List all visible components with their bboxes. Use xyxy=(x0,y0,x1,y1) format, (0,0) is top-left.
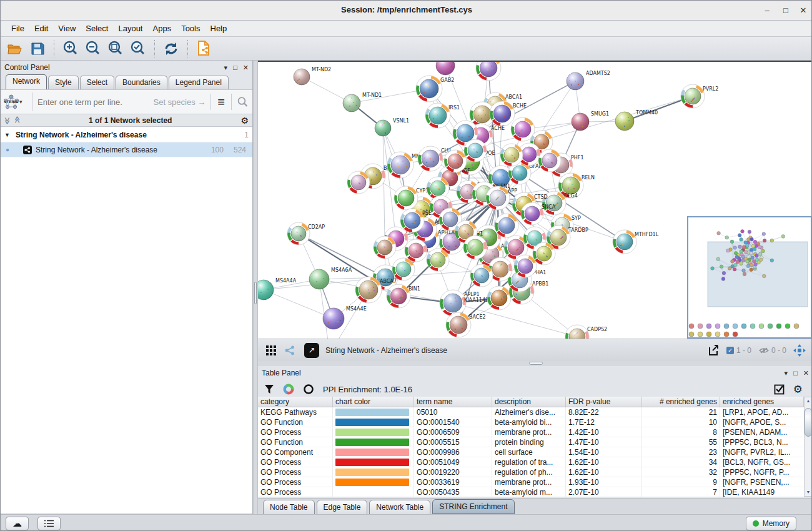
tab-select[interactable]: Select xyxy=(80,76,114,89)
network-graph[interactable]: MT-ND2MT-ND1VSNL1GAB2IRS1ABCA1CHATBCHEAD… xyxy=(258,62,812,339)
collapse-all-icon[interactable]: ≫ xyxy=(3,117,11,124)
cloud-tasks-button[interactable]: ☁ xyxy=(6,517,29,530)
string-query-selector[interactable]: STRING ▾ xyxy=(3,94,32,110)
panel-close-icon[interactable]: ✕ xyxy=(243,64,249,72)
enrichment-chart-icon[interactable] xyxy=(283,384,294,395)
network-node[interactable] xyxy=(533,242,555,265)
network-node[interactable] xyxy=(374,236,396,259)
network-node-vsnl1[interactable]: VSNL1 xyxy=(375,118,409,136)
network-canvas[interactable]: MT-ND2MT-ND1VSNL1GAB2IRS1ABCA1CHATBCHEAD… xyxy=(258,61,812,339)
network-node-tomm40[interactable]: TOMM40 xyxy=(615,110,658,131)
column-header-chart-color[interactable]: chart color xyxy=(333,397,414,407)
share-network-button[interactable] xyxy=(282,342,298,359)
zoom-out-button[interactable] xyxy=(84,39,102,58)
panel-float-icon[interactable]: □ xyxy=(233,64,237,71)
network-node[interactable] xyxy=(392,258,415,280)
species-hint[interactable]: Set species → xyxy=(154,97,206,107)
zoom-fit-button[interactable] xyxy=(106,39,125,58)
string-search-icon[interactable] xyxy=(231,94,250,110)
window-close-button[interactable]: ✕ xyxy=(796,4,810,17)
column-header-term-name[interactable]: term name xyxy=(414,397,492,407)
open-in-new-window-button[interactable]: ↗ xyxy=(304,343,319,358)
network-node-mthfd1l[interactable]: MTHFD1L xyxy=(613,230,659,254)
table-row[interactable]: GO ProcessGO:0051049regulation of tra...… xyxy=(258,457,804,467)
network-node[interactable] xyxy=(463,236,487,259)
save-session-button[interactable] xyxy=(28,39,47,58)
vertical-splitter-grip[interactable] xyxy=(254,282,257,304)
menu-tools[interactable]: Tools xyxy=(177,22,204,34)
menu-layout[interactable]: Layout xyxy=(114,22,147,34)
string-term-input[interactable] xyxy=(32,92,154,111)
tab-edge-table[interactable]: Edge Table xyxy=(317,500,368,515)
menu-view[interactable]: View xyxy=(54,22,80,34)
tab-legend-panel[interactable]: Legend Panel xyxy=(169,76,229,89)
tab-boundaries[interactable]: Boundaries xyxy=(116,76,167,89)
network-node-pvrl2[interactable]: PVRL2 xyxy=(681,84,718,108)
tab-network[interactable]: Network xyxy=(6,74,47,89)
tree-expand-icon[interactable]: ▼ xyxy=(4,132,16,138)
network-node[interactable] xyxy=(436,62,455,75)
panel-close-icon[interactable]: ✕ xyxy=(803,369,809,377)
window-maximize-button[interactable]: □ xyxy=(779,4,793,17)
network-row[interactable]: ● String Network - Alzheimer's disease 1… xyxy=(1,142,252,157)
column-header---enriched-genes[interactable]: # enriched genes xyxy=(642,397,720,407)
scroll-down-icon[interactable]: ▼ xyxy=(805,489,812,496)
menu-file[interactable]: File xyxy=(7,22,29,34)
menu-help[interactable]: Help xyxy=(206,22,232,34)
zoom-selected-button[interactable] xyxy=(129,39,147,58)
column-header-category[interactable]: category xyxy=(258,397,333,407)
network-node[interactable] xyxy=(405,239,427,262)
collection-row[interactable]: ▼ String Network - Alzheimer's disease 1 xyxy=(1,127,252,142)
memory-button[interactable]: Memory xyxy=(746,517,796,530)
menu-apps[interactable]: Apps xyxy=(149,22,176,34)
selected-nodes-edges-indicator[interactable]: ✓ 1 - 0 xyxy=(726,346,751,355)
task-history-button[interactable] xyxy=(37,517,61,530)
network-node[interactable] xyxy=(347,171,370,194)
scrollbar-thumb[interactable] xyxy=(805,408,812,437)
scroll-up-icon[interactable]: ▲ xyxy=(805,397,812,405)
apply-layout-button[interactable] xyxy=(162,39,181,58)
network-node[interactable] xyxy=(427,249,449,271)
panel-menu-icon[interactable]: ▾ xyxy=(224,64,228,72)
filter-icon[interactable] xyxy=(264,384,274,394)
panel-float-icon[interactable]: □ xyxy=(793,369,798,377)
network-node[interactable] xyxy=(538,149,561,172)
network-node[interactable] xyxy=(500,144,523,166)
table-row[interactable]: KEGG Pathways05010Alzheimer's dise...8.8… xyxy=(258,407,804,417)
table-row[interactable]: GO ProcessGO:0019220regulation of ph...1… xyxy=(258,467,804,477)
network-node[interactable] xyxy=(514,255,537,277)
table-row[interactable]: GO ProcessGO:0033619membrane prot...1.93… xyxy=(258,477,804,487)
hidden-nodes-edges-indicator[interactable]: 0 - 0 xyxy=(759,346,786,355)
network-node-aplp1[interactable]: APLP1KIAA1149 xyxy=(440,290,488,316)
network-node[interactable] xyxy=(470,264,493,287)
network-node-smug1[interactable]: SMUG1 xyxy=(572,111,609,131)
menu-select[interactable]: Select xyxy=(81,22,112,34)
network-node-ms4a4a[interactable]: MS4A4A xyxy=(258,278,297,300)
menu-edit[interactable]: Edit xyxy=(30,22,52,34)
network-node-adamts2[interactable]: ADAMTS2 xyxy=(567,71,610,90)
pan-navigator-button[interactable] xyxy=(791,342,808,359)
string-dropdown-caret[interactable]: ▾ xyxy=(19,99,22,105)
column-header-enriched-genes[interactable]: enriched genes xyxy=(720,397,804,407)
network-from-file-button[interactable] xyxy=(195,39,214,58)
horizontal-splitter-grip[interactable] xyxy=(529,362,543,365)
network-node[interactable] xyxy=(495,214,518,237)
ring-chart-icon[interactable] xyxy=(303,384,314,395)
table-row[interactable]: GO FunctionGO:0001540beta-amyloid bi...1… xyxy=(258,417,804,427)
tab-style[interactable]: Style xyxy=(48,76,79,89)
table-row[interactable]: GO ProcessGO:0050435beta-amyloid m...2.0… xyxy=(258,487,804,497)
zoom-in-button[interactable] xyxy=(61,39,80,58)
table-row[interactable]: GO FunctionGO:0005515protein binding1.47… xyxy=(258,437,804,447)
network-node-irs1[interactable]: IRS1 xyxy=(425,103,460,128)
network-node[interactable] xyxy=(476,62,501,81)
network-node-mt-nd1[interactable]: MT-ND1 xyxy=(343,92,382,112)
network-node-cd2ap[interactable]: CD2AP xyxy=(287,222,325,245)
column-header-description[interactable]: description xyxy=(492,397,566,407)
network-node-cadps2[interactable]: CADPS2 xyxy=(565,325,607,339)
network-options-gear-icon[interactable]: ⚙ xyxy=(240,116,249,126)
table-settings-gear-icon[interactable]: ⚙ xyxy=(793,383,803,396)
birds-eye-view[interactable] xyxy=(688,217,811,338)
network-node[interactable] xyxy=(464,139,487,162)
expand-all-icon[interactable]: ≫ xyxy=(13,117,21,124)
tab-string-enrichment[interactable]: STRING Enrichment xyxy=(432,499,514,514)
